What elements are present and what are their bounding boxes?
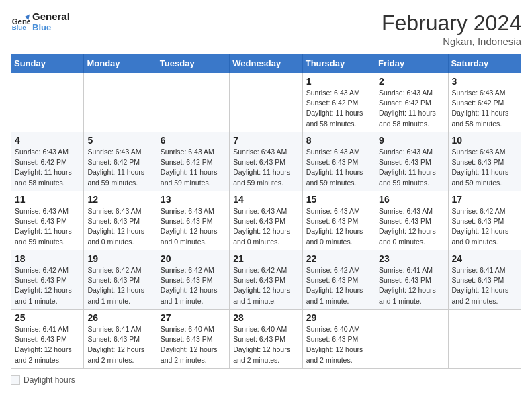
day-info: Sunrise: 6:43 AM Sunset: 6:42 PM Dayligh… [452, 88, 517, 129]
day-number: 14 [233, 194, 298, 205]
calendar-cell: 18Sunrise: 6:42 AM Sunset: 6:43 PM Dayli… [11, 250, 84, 310]
calendar-cell: 12Sunrise: 6:43 AM Sunset: 6:43 PM Dayli… [84, 191, 157, 250]
day-info: Sunrise: 6:42 AM Sunset: 6:43 PM Dayligh… [306, 265, 371, 306]
day-number: 9 [379, 135, 444, 146]
legend-item: Daylight hours [11, 375, 75, 385]
calendar-cell: 17Sunrise: 6:42 AM Sunset: 6:43 PM Dayli… [448, 191, 521, 250]
day-info: Sunrise: 6:43 AM Sunset: 6:43 PM Dayligh… [452, 147, 517, 188]
logo-general: General [32, 11, 70, 22]
footer: Daylight hours [11, 375, 521, 385]
calendar-cell [448, 310, 521, 369]
calendar-cell [375, 310, 448, 369]
calendar-cell: 13Sunrise: 6:43 AM Sunset: 6:43 PM Dayli… [157, 191, 229, 250]
calendar-cell: 29Sunrise: 6:40 AM Sunset: 6:43 PM Dayli… [302, 310, 375, 369]
calendar-cell: 20Sunrise: 6:42 AM Sunset: 6:43 PM Dayli… [157, 250, 229, 310]
day-info: Sunrise: 6:40 AM Sunset: 6:43 PM Dayligh… [306, 324, 371, 365]
page-header: General Blue General Blue February 2024 … [11, 11, 521, 47]
calendar-cell: 5Sunrise: 6:43 AM Sunset: 6:42 PM Daylig… [84, 132, 157, 191]
day-info: Sunrise: 6:43 AM Sunset: 6:42 PM Dayligh… [379, 88, 444, 129]
day-number: 20 [161, 253, 226, 264]
week-row-3: 11Sunrise: 6:43 AM Sunset: 6:43 PM Dayli… [11, 191, 521, 250]
day-info: Sunrise: 6:40 AM Sunset: 6:43 PM Dayligh… [161, 324, 226, 365]
day-info: Sunrise: 6:43 AM Sunset: 6:43 PM Dayligh… [379, 147, 444, 188]
calendar-cell: 1Sunrise: 6:43 AM Sunset: 6:42 PM Daylig… [302, 73, 375, 132]
calendar-cell: 19Sunrise: 6:42 AM Sunset: 6:43 PM Dayli… [84, 250, 157, 310]
calendar-cell: 6Sunrise: 6:43 AM Sunset: 6:42 PM Daylig… [157, 132, 229, 191]
day-number: 15 [306, 194, 371, 205]
calendar-cell: 15Sunrise: 6:43 AM Sunset: 6:43 PM Dayli… [302, 191, 375, 250]
day-number: 2 [379, 76, 444, 87]
day-number: 13 [161, 194, 226, 205]
day-info: Sunrise: 6:42 AM Sunset: 6:43 PM Dayligh… [87, 265, 152, 306]
calendar-cell: 28Sunrise: 6:40 AM Sunset: 6:43 PM Dayli… [230, 310, 302, 369]
day-number: 1 [306, 76, 371, 87]
col-header-friday: Friday [375, 54, 448, 73]
calendar-cell [230, 73, 302, 132]
day-info: Sunrise: 6:41 AM Sunset: 6:43 PM Dayligh… [87, 324, 152, 365]
calendar-cell: 4Sunrise: 6:43 AM Sunset: 6:42 PM Daylig… [11, 132, 84, 191]
calendar-cell: 26Sunrise: 6:41 AM Sunset: 6:43 PM Dayli… [84, 310, 157, 369]
col-header-sunday: Sunday [11, 54, 84, 73]
calendar-cell: 22Sunrise: 6:42 AM Sunset: 6:43 PM Dayli… [302, 250, 375, 310]
day-info: Sunrise: 6:43 AM Sunset: 6:43 PM Dayligh… [306, 206, 371, 247]
week-row-1: 1Sunrise: 6:43 AM Sunset: 6:42 PM Daylig… [11, 73, 521, 132]
week-row-4: 18Sunrise: 6:42 AM Sunset: 6:43 PM Dayli… [11, 250, 521, 310]
title-block: February 2024 Ngkan, Indonesia [382, 11, 521, 47]
day-info: Sunrise: 6:43 AM Sunset: 6:42 PM Dayligh… [306, 88, 371, 129]
calendar-cell: 14Sunrise: 6:43 AM Sunset: 6:43 PM Dayli… [230, 191, 302, 250]
col-header-wednesday: Wednesday [230, 54, 302, 73]
calendar-cell: 24Sunrise: 6:41 AM Sunset: 6:43 PM Dayli… [448, 250, 521, 310]
calendar-cell [84, 73, 157, 132]
day-number: 23 [379, 253, 444, 264]
calendar-cell: 23Sunrise: 6:41 AM Sunset: 6:43 PM Dayli… [375, 250, 448, 310]
day-info: Sunrise: 6:43 AM Sunset: 6:43 PM Dayligh… [87, 206, 152, 247]
logo-icon: General Blue [11, 12, 30, 31]
svg-text:Blue: Blue [12, 24, 26, 31]
week-row-2: 4Sunrise: 6:43 AM Sunset: 6:42 PM Daylig… [11, 132, 521, 191]
day-number: 16 [379, 194, 444, 205]
day-number: 11 [15, 194, 80, 205]
day-info: Sunrise: 6:43 AM Sunset: 6:42 PM Dayligh… [15, 147, 80, 188]
calendar-cell: 16Sunrise: 6:43 AM Sunset: 6:43 PM Dayli… [375, 191, 448, 250]
calendar-cell [157, 73, 229, 132]
day-number: 7 [233, 135, 298, 146]
day-number: 21 [233, 253, 298, 264]
col-header-thursday: Thursday [302, 54, 375, 73]
calendar-cell: 27Sunrise: 6:40 AM Sunset: 6:43 PM Dayli… [157, 310, 229, 369]
calendar-cell: 8Sunrise: 6:43 AM Sunset: 6:43 PM Daylig… [302, 132, 375, 191]
calendar-cell [11, 73, 84, 132]
day-number: 3 [452, 76, 517, 87]
day-info: Sunrise: 6:43 AM Sunset: 6:42 PM Dayligh… [161, 147, 226, 188]
day-info: Sunrise: 6:41 AM Sunset: 6:43 PM Dayligh… [15, 324, 80, 365]
day-number: 26 [87, 312, 152, 323]
day-info: Sunrise: 6:43 AM Sunset: 6:43 PM Dayligh… [233, 147, 298, 188]
day-info: Sunrise: 6:43 AM Sunset: 6:43 PM Dayligh… [233, 206, 298, 247]
day-number: 28 [233, 312, 298, 323]
day-info: Sunrise: 6:42 AM Sunset: 6:43 PM Dayligh… [452, 206, 517, 247]
day-number: 24 [452, 253, 517, 264]
day-info: Sunrise: 6:41 AM Sunset: 6:43 PM Dayligh… [452, 265, 517, 306]
day-number: 25 [15, 312, 80, 323]
day-info: Sunrise: 6:43 AM Sunset: 6:43 PM Dayligh… [15, 206, 80, 247]
day-number: 19 [87, 253, 152, 264]
col-header-monday: Monday [84, 54, 157, 73]
legend-box [11, 375, 20, 385]
day-info: Sunrise: 6:43 AM Sunset: 6:43 PM Dayligh… [379, 206, 444, 247]
month-year: February 2024 [382, 11, 521, 36]
day-number: 5 [87, 135, 152, 146]
day-number: 8 [306, 135, 371, 146]
day-info: Sunrise: 6:42 AM Sunset: 6:43 PM Dayligh… [15, 265, 80, 306]
day-info: Sunrise: 6:40 AM Sunset: 6:43 PM Dayligh… [233, 324, 298, 365]
calendar-cell: 3Sunrise: 6:43 AM Sunset: 6:42 PM Daylig… [448, 73, 521, 132]
day-number: 22 [306, 253, 371, 264]
day-number: 12 [87, 194, 152, 205]
day-number: 27 [161, 312, 226, 323]
calendar-cell: 25Sunrise: 6:41 AM Sunset: 6:43 PM Dayli… [11, 310, 84, 369]
calendar-cell: 10Sunrise: 6:43 AM Sunset: 6:43 PM Dayli… [448, 132, 521, 191]
day-info: Sunrise: 6:43 AM Sunset: 6:43 PM Dayligh… [161, 206, 226, 247]
calendar-cell: 9Sunrise: 6:43 AM Sunset: 6:43 PM Daylig… [375, 132, 448, 191]
day-number: 17 [452, 194, 517, 205]
calendar-cell: 21Sunrise: 6:42 AM Sunset: 6:43 PM Dayli… [230, 250, 302, 310]
day-info: Sunrise: 6:41 AM Sunset: 6:43 PM Dayligh… [379, 265, 444, 306]
col-header-tuesday: Tuesday [157, 54, 229, 73]
